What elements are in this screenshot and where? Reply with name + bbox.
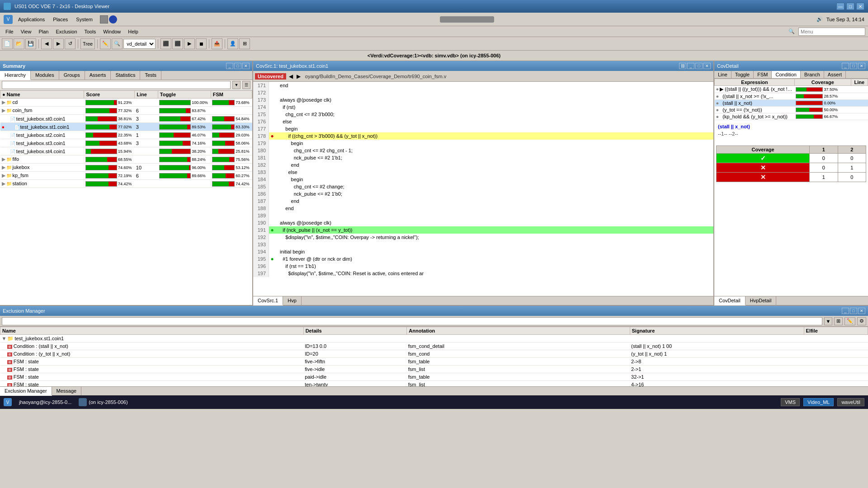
video-ml-button[interactable]: Video_ML	[803, 398, 834, 406]
code-close[interactable]: ✕	[703, 63, 711, 69]
maximize-button[interactable]: □	[846, 3, 854, 10]
code-line[interactable]: 187 end	[253, 197, 713, 205]
expr-col-line[interactable]: Line	[851, 79, 868, 86]
detail-select[interactable]: vd_detail	[123, 39, 156, 49]
col-fsm[interactable]: FSM	[211, 91, 252, 99]
expr-row[interactable]: ● (kp_hold && (y_tot >= x_not)) 66.67%	[715, 113, 868, 120]
code-line[interactable]: 176 else	[253, 118, 713, 125]
code-tab-hvp[interactable]: Hvp	[283, 296, 302, 305]
code-line[interactable]: 175 chg_cnt <= #2 3'b000;	[253, 111, 713, 118]
table-row[interactable]: ● 📄test_jukebox.st1.coin1 77.02% 3 89.53…	[0, 123, 252, 131]
new-button[interactable]: 📄	[2, 38, 13, 49]
list-item[interactable]: ▼📁test_jukebox.st1.coin1	[0, 335, 868, 343]
menu-view[interactable]: View	[18, 28, 34, 35]
tab-branch[interactable]: Branch	[801, 71, 824, 78]
open-button[interactable]: 📂	[14, 38, 24, 49]
excl-col-details[interactable]: Details	[303, 327, 407, 335]
code-line[interactable]: 193	[253, 241, 713, 248]
table-row[interactable]: ▶📁cd 91.23% 100.00% 73.68%	[0, 99, 252, 107]
excl-tab-manager[interactable]: Exclusion Manager	[0, 387, 52, 396]
code-line[interactable]: 184 begin	[253, 176, 713, 183]
tab-condition[interactable]: Condition	[772, 71, 800, 78]
detail-minimize[interactable]: _	[842, 63, 849, 69]
export-button[interactable]: 📤	[212, 38, 222, 49]
tab-fsm[interactable]: FSM	[754, 71, 772, 78]
exclusion-scroll[interactable]: Name Details Annotation Signature Elfile…	[0, 327, 868, 386]
tab-tests[interactable]: Tests	[140, 71, 161, 80]
table-row[interactable]: ▶📁jukebox 74.60% 10 96.00% 53.12%	[0, 164, 252, 172]
app-icon-1[interactable]	[100, 15, 108, 23]
list-item[interactable]: ⊗Condition : (y_tot || x_not)ID=20fsm_co…	[0, 350, 868, 358]
excl-tool1[interactable]: ⊞	[834, 317, 843, 325]
code-line[interactable]: 174 if (rst)	[253, 103, 713, 111]
tab-line[interactable]: Line	[714, 71, 731, 78]
tree-button[interactable]: Tree	[80, 38, 95, 49]
code-line[interactable]: 183 else	[253, 169, 713, 176]
code-line[interactable]: 186 nck_pulse <= #2 1'b0;	[253, 190, 713, 197]
bottom-tab-hvpdetail[interactable]: HvpDetail	[745, 296, 777, 305]
menu-window[interactable]: Window	[100, 28, 123, 35]
tool3-button[interactable]: ▶	[184, 38, 195, 49]
tab-toggle[interactable]: Toggle	[731, 71, 754, 78]
save-button[interactable]: 💾	[25, 38, 36, 49]
waveutil-button[interactable]: waveUtil	[837, 398, 864, 406]
list-view-button[interactable]: ☰	[242, 81, 250, 89]
menu-file[interactable]: File	[3, 28, 16, 35]
code-line[interactable]: 179 begin	[253, 140, 713, 147]
excl-tool2[interactable]: ✏️	[844, 317, 855, 325]
tool2-button[interactable]: ⬛	[172, 38, 183, 49]
excl-minimize[interactable]: _	[842, 308, 849, 314]
tab-asserts[interactable]: Asserts	[85, 71, 111, 80]
tab-hierarchy[interactable]: Hierarchy	[0, 71, 31, 80]
excl-tab-message[interactable]: Message	[52, 387, 82, 395]
menu-places[interactable]: Places	[49, 15, 71, 23]
table-row[interactable]: ▶📁coin_fsm 77.32% 6 83.87%	[0, 107, 252, 115]
menu-applications[interactable]: Applications	[14, 15, 48, 23]
expr-row[interactable]: ● (stall || x_not) 0.00%	[715, 100, 868, 107]
code-line[interactable]: 189	[253, 212, 713, 219]
next-uncov-button[interactable]: ▶	[296, 73, 302, 80]
col-name[interactable]: ● Name	[0, 91, 84, 99]
code-line[interactable]: 171 end	[253, 82, 713, 89]
code-line[interactable]: 196 if (rst == 1'b1)	[253, 263, 713, 270]
table-row[interactable]: 📄test_jukebox.st0.coin1 38.81% 3 67.42% …	[0, 115, 252, 123]
tab-assert[interactable]: Assert	[824, 71, 846, 78]
table-row[interactable]: 📄test_jukebox.st3.coin1 43.68% 3 74.16% …	[0, 139, 252, 147]
table-row[interactable]: ▶📁station 74.42% 74.42%	[0, 180, 252, 188]
table-row[interactable]: ▶📁kp_fsm 72.19% 6 89.66% 60.27%	[0, 172, 252, 180]
excl-col-elfile[interactable]: Elfile	[804, 327, 868, 335]
code-line[interactable]: 190 always @(posedge clk)	[253, 219, 713, 226]
list-item[interactable]: ⊗Condition : (stall || x_not)ID=13 0.0fs…	[0, 343, 868, 350]
code-line[interactable]: 191● if (nck_pulse || (x_not == y_tot))	[253, 226, 713, 234]
tab-modules[interactable]: Modules	[31, 71, 59, 80]
menu-search[interactable]	[798, 28, 865, 36]
expr-col-coverage[interactable]: Coverage	[794, 79, 851, 86]
col-line[interactable]: Line	[135, 91, 158, 99]
detail-maximize[interactable]: □	[850, 63, 857, 69]
grid-icon[interactable]: ⊞	[239, 38, 250, 49]
code-line[interactable]: 181 nck_pulse <= #2 1'b1;	[253, 154, 713, 161]
close-button[interactable]: ✕	[856, 3, 864, 10]
code-line[interactable]: 185 chg_cnt <= #2 change;	[253, 183, 713, 190]
code-line[interactable]: 178● if ((chg_cnt > 3'b000) && (y_tot ||…	[253, 132, 713, 140]
summary-minimize[interactable]: _	[226, 63, 233, 69]
detail-close[interactable]: ✕	[858, 63, 865, 69]
summary-close[interactable]: ✕	[242, 63, 250, 69]
code-line[interactable]: 197 $display("\n", $stime,,"COIN: Reset …	[253, 270, 713, 277]
code-line[interactable]: 182 end	[253, 161, 713, 169]
code-maximize[interactable]: □	[695, 63, 703, 69]
expr-row[interactable]: ● ((stall || x_not >= (!x_... 28.57%	[715, 93, 868, 100]
code-link[interactable]: ⛓	[679, 63, 686, 69]
code-line[interactable]: 194 initial begin	[253, 248, 713, 255]
back-button[interactable]: ◀	[41, 38, 52, 49]
detail-scroll[interactable]: Expression Coverage Line ●▶ ((stall || (…	[714, 79, 868, 296]
excl-col-annotation[interactable]: Annotation	[407, 327, 630, 335]
code-tab-covsrc[interactable]: CovSrc.1	[253, 296, 283, 305]
list-item[interactable]: ⊗FSM : statefive->fiftnfsm_table2->8	[0, 358, 868, 366]
menu-plan[interactable]: Plan	[36, 28, 51, 35]
menu-tools[interactable]: Tools	[82, 28, 99, 35]
user-icon[interactable]: 👤	[227, 38, 238, 49]
vms-button[interactable]: VMS	[781, 398, 800, 406]
tab-groups[interactable]: Groups	[59, 71, 85, 80]
summary-maximize[interactable]: □	[234, 63, 241, 69]
